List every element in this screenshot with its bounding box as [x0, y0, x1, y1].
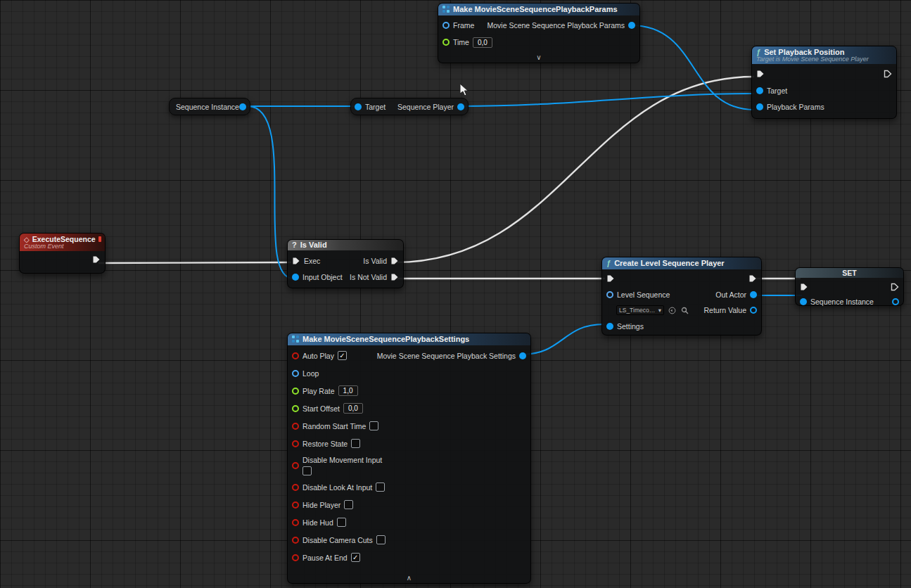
sequence-instance-input-pin[interactable] [800, 298, 807, 305]
hide-player-checkbox[interactable] [344, 500, 353, 509]
auto-play-checkbox[interactable]: ✓ [338, 351, 347, 360]
disable-movement-input-pin[interactable] [292, 462, 299, 469]
node-set-sequence-instance[interactable]: SET Sequence Instance [795, 267, 904, 306]
out-actor-output-pin[interactable] [750, 291, 757, 298]
input-object-label: Input Object [302, 273, 343, 281]
collapse-node-chevron-icon[interactable]: ∧ [288, 574, 530, 582]
frame-pin-label: Frame [453, 21, 474, 30]
set-output-pin[interactable] [892, 298, 899, 305]
disable-look-at-input-checkbox[interactable] [376, 482, 385, 492]
disable-look-at-input-pin[interactable] [292, 484, 299, 491]
return-value-output-pin[interactable] [750, 307, 757, 314]
hide-hud-pin[interactable] [292, 519, 299, 526]
exec-out-pin[interactable] [92, 255, 101, 264]
node-header[interactable]: ? Is Valid [288, 240, 403, 250]
random-start-time-checkbox[interactable] [369, 421, 378, 430]
node-make-movie-scene-sequence-playback-params[interactable]: Make MovieSceneSequencePlaybackParams Fr… [438, 3, 640, 63]
frame-input-pin[interactable] [442, 22, 450, 29]
pause-at-end-pin[interactable] [292, 554, 299, 561]
disable-camera-cuts-label: Disable Camera Cuts [302, 536, 373, 544]
start-offset-label: Start Offset [302, 404, 340, 413]
exec-in-pin[interactable] [756, 70, 765, 78]
settings-output-label: Movie Scene Sequence Playback Settings [377, 352, 516, 360]
is-not-valid-exec-out-pin[interactable] [390, 273, 399, 281]
mouse-cursor-icon [459, 83, 471, 97]
question-icon: ? [292, 241, 297, 249]
disable-camera-cuts-pin[interactable] [292, 537, 299, 544]
hide-player-label: Hide Player [302, 501, 340, 509]
asset-name: LS_TimecodePr [619, 307, 657, 314]
input-object-pin[interactable] [292, 274, 299, 281]
random-start-time-pin[interactable] [292, 423, 299, 430]
restore-state-checkbox[interactable] [351, 439, 360, 448]
target-input-pin[interactable] [756, 87, 763, 94]
playback-params-input-pin[interactable] [756, 103, 763, 110]
wire-data-playbackparams-out[interactable] [631, 25, 754, 110]
target-input-pin[interactable] [355, 103, 362, 110]
wire-data-settings-createplayer[interactable] [521, 324, 604, 354]
node-header[interactable]: ◇ ExecuteSequence Custom Event [20, 234, 105, 251]
delegate-pin[interactable] [98, 236, 101, 242]
node-header[interactable]: Make MovieSceneSequencePlaybackParams [438, 4, 639, 15]
node-subtitle: Custom Event [24, 243, 101, 250]
asset-picker-dropdown[interactable]: LS_TimecodePr ▾ [616, 305, 664, 315]
event-icon: ◇ [24, 236, 30, 243]
expand-node-chevron-icon[interactable]: ∨ [438, 53, 639, 62]
disable-movement-input-checkbox[interactable] [302, 466, 312, 475]
playback-params-output-pin[interactable] [628, 22, 635, 29]
node-get-sequence-instance[interactable]: Sequence Instance [169, 98, 250, 115]
is-valid-exec-out-pin[interactable] [390, 257, 399, 265]
blueprint-graph-canvas[interactable]: Make MovieSceneSequencePlaybackParams Fr… [0, 0, 911, 588]
start-offset-input[interactable]: 0,0 [343, 403, 363, 414]
restore-state-label: Restore State [302, 440, 348, 448]
node-header[interactable]: SET [796, 268, 903, 278]
sequence-instance-label: Sequence Instance [810, 298, 874, 306]
dropdown-arrow-icon: ▾ [658, 307, 661, 314]
sequence-player-output-pin[interactable] [457, 103, 464, 110]
time-input-pin[interactable] [442, 39, 450, 46]
play-rate-label: Play Rate [302, 387, 335, 395]
exec-out-pin[interactable] [748, 274, 757, 283]
wire-data-sequenceplayer-target[interactable] [459, 94, 754, 106]
node-header[interactable]: ƒ Create Level Sequence Player [602, 257, 761, 269]
playback-params-output-label: Movie Scene Sequence Playback Params [487, 21, 625, 30]
exec-out-pin[interactable] [884, 70, 892, 78]
node-title: Make MovieSceneSequencePlaybackSettings [302, 335, 469, 343]
start-offset-pin[interactable] [292, 405, 299, 412]
hide-player-pin[interactable] [292, 501, 299, 509]
time-value-input[interactable]: 0,0 [473, 37, 492, 48]
target-pin-label: Target [767, 87, 787, 95]
browse-asset-button[interactable] [680, 306, 689, 315]
node-is-valid[interactable]: ? Is Valid Exec Is Valid Input Object Is… [287, 239, 404, 288]
settings-output-pin[interactable] [519, 352, 526, 359]
playback-params-pin-label: Playback Params [767, 103, 824, 111]
play-rate-input[interactable]: 1,0 [338, 385, 358, 396]
disable-camera-cuts-checkbox[interactable] [376, 535, 386, 544]
node-make-movie-scene-sequence-playback-settings[interactable]: Make MovieSceneSequencePlaybackSettings … [287, 333, 531, 584]
pause-at-end-checkbox[interactable]: ✓ [351, 553, 360, 562]
wire-exec-executesequence-isvalid[interactable] [98, 262, 291, 263]
pause-at-end-label: Pause At End [302, 554, 348, 562]
level-sequence-input-pin[interactable] [606, 291, 613, 298]
exec-out-pin[interactable] [891, 283, 899, 291]
restore-state-pin[interactable] [292, 440, 299, 447]
use-selected-asset-button[interactable] [668, 306, 677, 315]
variable-label: Sequence Instance [173, 103, 239, 111]
node-set-playback-position[interactable]: ƒ Set Playback Position Target is Movie … [751, 46, 897, 119]
node-header[interactable]: Make MovieSceneSequencePlaybackSettings [288, 333, 530, 345]
exec-in-pin[interactable] [606, 274, 615, 283]
loop-pin[interactable] [292, 370, 299, 377]
settings-input-pin[interactable] [606, 323, 613, 330]
level-sequence-label: Level Sequence [617, 290, 670, 299]
node-get-sequence-player[interactable]: Target Sequence Player [350, 98, 469, 115]
node-title: Is Valid [300, 241, 327, 249]
node-create-level-sequence-player[interactable]: ƒ Create Level Sequence Player Level Seq… [601, 257, 762, 335]
sequence-instance-output-pin[interactable] [239, 103, 246, 110]
exec-in-pin[interactable] [292, 257, 300, 265]
auto-play-pin[interactable] [292, 352, 299, 359]
exec-in-pin[interactable] [800, 283, 808, 291]
node-header[interactable]: ƒ Set Playback Position Target is Movie … [752, 46, 896, 64]
hide-hud-checkbox[interactable] [337, 518, 346, 527]
play-rate-pin[interactable] [292, 388, 299, 395]
node-execute-sequence-event[interactable]: ◇ ExecuteSequence Custom Event [19, 233, 106, 274]
